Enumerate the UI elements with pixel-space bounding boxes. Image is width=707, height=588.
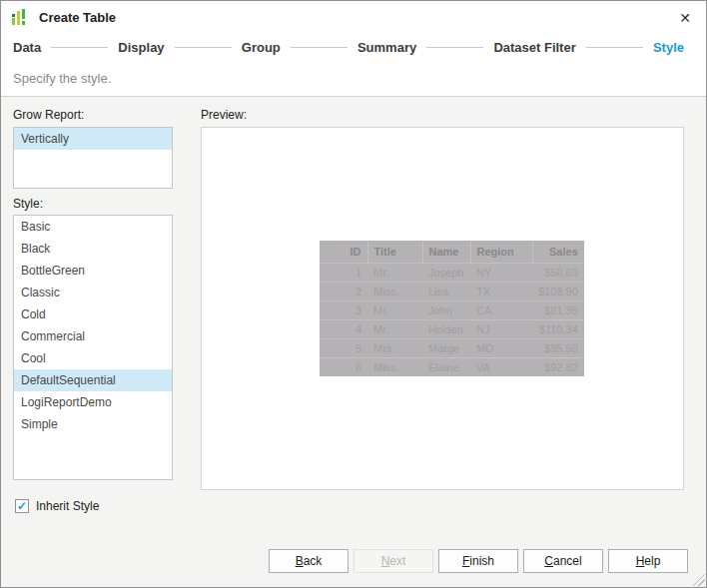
table-row: 2 Miss. Lisa TX $108,90 (320, 282, 584, 300)
table-cell: Elaine (422, 357, 470, 376)
list-item[interactable]: Classic (14, 282, 172, 303)
table-cell: 4 (320, 319, 367, 338)
table-cell: 6 (320, 357, 367, 376)
list-item[interactable]: LogiReportDemo (14, 391, 172, 413)
dialog-buttons: Back Next Finish Cancel Help (269, 549, 688, 573)
table-cell: CA (470, 300, 532, 319)
step-data[interactable]: Data (13, 40, 41, 55)
grow-report-list: Vertically (13, 127, 173, 189)
list-item[interactable]: Black (14, 238, 172, 260)
app-icon (11, 7, 31, 27)
help-button[interactable]: Help (608, 549, 688, 573)
dialog-title: Create Table (39, 10, 116, 25)
column-header: Title (367, 241, 422, 263)
table-cell: 5 (320, 338, 367, 357)
table-cell: $92.82 (532, 357, 584, 376)
table-cell: 2 (320, 282, 367, 300)
table-cell: John (422, 300, 470, 319)
table-cell: Mr. (367, 300, 422, 319)
column-header: Sales (532, 241, 584, 263)
table-cell: 1 (320, 263, 367, 282)
table-cell: Lisa (422, 282, 470, 300)
inherit-style-label: Inherit Style (36, 499, 99, 513)
table-cell: Holden (422, 319, 470, 338)
list-item[interactable]: Basic (14, 216, 172, 238)
table-cell: NJ (470, 319, 532, 338)
column-header: Name (422, 241, 470, 263)
checkbox-check-icon[interactable]: ✓ (15, 499, 29, 513)
step-summary[interactable]: Summary (357, 40, 416, 55)
table-row: 6 Miss. Elaine VA $92.82 (320, 357, 584, 376)
table-cell: VA (470, 357, 532, 376)
list-item[interactable]: Cold (14, 303, 172, 325)
close-icon[interactable]: ✕ (676, 9, 694, 27)
table-cell: Miss. (367, 282, 422, 300)
table-cell: TX (470, 282, 532, 300)
step-group[interactable]: Group (242, 40, 281, 55)
preview-table-header-row: ID Title Name Region Sales (320, 241, 584, 263)
table-cell: $108,90 (532, 282, 584, 300)
resize-grip[interactable] (692, 573, 705, 586)
create-table-dialog: Create Table ✕ Data Display Group Summar… (0, 0, 707, 588)
cancel-button[interactable]: Cancel (523, 549, 603, 573)
table-row: 1 Mr. Joseph NY $50,60 (320, 263, 584, 282)
step-dataset-filter[interactable]: Dataset Filter (493, 40, 575, 55)
table-cell: 3 (320, 300, 367, 319)
table-cell: MD (470, 338, 532, 357)
inherit-style-checkbox[interactable]: ✓ Inherit Style (15, 499, 99, 513)
step-connector (51, 47, 108, 48)
list-item[interactable]: BottleGreen (14, 260, 172, 282)
title-bar[interactable]: Create Table ✕ (1, 1, 706, 33)
list-item[interactable]: Cool (14, 347, 172, 369)
list-item[interactable]: Vertically (14, 128, 172, 150)
table-cell: $81,35 (532, 300, 584, 319)
table-row: 3 Mr. John CA $81,35 (320, 300, 584, 319)
table-cell: Mr. (367, 319, 422, 338)
table-cell: NY (470, 263, 532, 282)
step-description: Specify the style. (13, 71, 111, 86)
next-button: Next (354, 549, 433, 573)
table-row: 5 Mrs. Marge MD $95.50 (320, 338, 584, 357)
step-connector (175, 47, 232, 48)
table-cell: $95.50 (532, 338, 584, 357)
style-list: Basic Black BottleGreen Classic Cold Com… (13, 215, 173, 480)
table-row: 4 Mr. Holden NJ $110,34 (320, 319, 584, 338)
preview-panel: ID Title Name Region Sales 1 Mr. Joseph … (201, 127, 684, 490)
style-label: Style: (13, 197, 43, 211)
finish-button[interactable]: Finish (438, 549, 518, 573)
step-display[interactable]: Display (118, 40, 164, 55)
list-item-selected[interactable]: DefaultSequential (14, 369, 172, 391)
wizard-steps: Data Display Group Summary Dataset Filte… (13, 37, 684, 57)
step-style[interactable]: Style (653, 40, 684, 55)
table-cell: $50,60 (532, 263, 584, 282)
list-item[interactable]: Simple (14, 413, 172, 435)
table-cell: Joseph (422, 263, 470, 282)
back-button[interactable]: Back (269, 549, 349, 573)
list-item[interactable]: Commercial (14, 325, 172, 347)
dialog-body: Grow Report: Vertically Style: Basic Bla… (1, 97, 706, 587)
table-cell: Marge (422, 338, 470, 357)
preview-label: Preview: (201, 108, 247, 122)
column-header: ID (320, 241, 367, 263)
table-cell: Miss. (367, 357, 422, 376)
step-connector (426, 47, 483, 48)
table-cell: $110,34 (532, 319, 584, 338)
step-connector (586, 47, 643, 48)
grow-report-label: Grow Report: (13, 108, 84, 122)
column-header: Region (470, 241, 532, 263)
preview-table: ID Title Name Region Sales 1 Mr. Joseph … (320, 241, 584, 376)
table-cell: Mr. (367, 263, 422, 282)
table-cell: Mrs. (367, 338, 422, 357)
step-connector (291, 47, 348, 48)
